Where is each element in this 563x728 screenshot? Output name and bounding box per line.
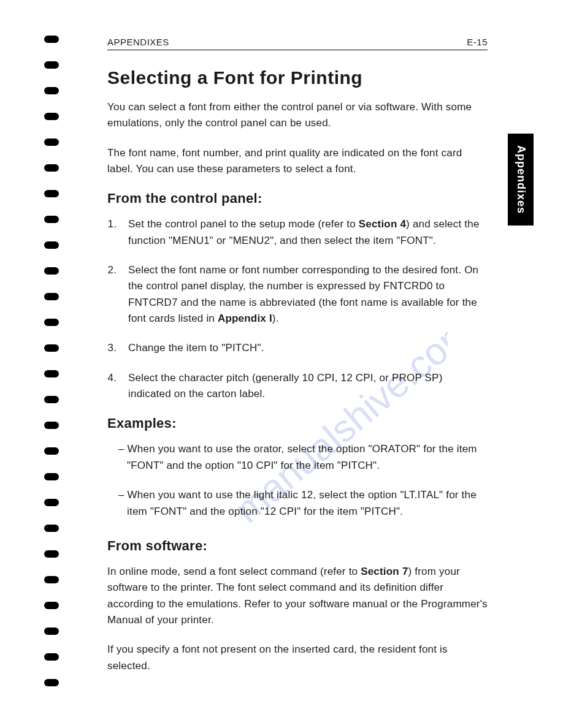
heading-software: From software: (107, 538, 488, 554)
software-paragraph-2: If you specify a font not present on the… (107, 642, 488, 674)
page-header: APPENDIXES E-15 (107, 37, 488, 50)
binding-hole (44, 319, 59, 326)
binding-hole (44, 87, 59, 94)
step-text: Change the item to "PITCH". (128, 342, 264, 354)
binding-hole (44, 499, 59, 506)
example-item: When you want to use the light italic 12… (118, 487, 488, 520)
step-text: Select the character pitch (generally 10… (128, 372, 443, 400)
binding-hole (44, 370, 59, 377)
binding-hole (44, 447, 59, 455)
step-3: Change the item to "PITCH". (120, 340, 488, 356)
header-section: APPENDIXES (107, 37, 169, 47)
step-bold: Section 4 (359, 218, 406, 230)
software-paragraph-1: In online mode, send a font select comma… (107, 564, 488, 628)
binding-hole (44, 113, 59, 120)
side-tab-appendixes: Appendixes (508, 134, 534, 226)
binding-hole (44, 293, 59, 300)
binding-hole (44, 525, 59, 532)
binding-hole (44, 267, 59, 275)
binding-hole (44, 473, 59, 480)
para-text: In online mode, send a font select comma… (107, 566, 361, 577)
page-title: Selecting a Font for Printing (107, 67, 488, 88)
binding-hole (44, 164, 59, 172)
step-text: ). (272, 313, 279, 324)
step-2: Select the font name or font number corr… (120, 262, 488, 327)
binding-hole (44, 61, 59, 69)
binding-hole (44, 653, 59, 661)
para-bold: Section 7 (361, 566, 408, 577)
binding-hole (44, 422, 59, 429)
binding-hole (44, 679, 59, 686)
intro-paragraph-1: You can select a font from either the co… (107, 99, 488, 132)
step-bold: Appendix I (218, 313, 272, 324)
example-item: When you want to use the orator, select … (118, 441, 488, 474)
step-text: Set the control panel to the setup mode … (128, 218, 359, 230)
step-text: Select the font name or font number corr… (128, 264, 478, 324)
control-panel-steps: Set the control panel to the setup mode … (120, 216, 488, 402)
step-4: Select the character pitch (generally 10… (120, 370, 488, 403)
header-page-number: E-15 (467, 37, 488, 47)
step-1: Set the control panel to the setup mode … (120, 216, 488, 249)
spiral-binding (44, 36, 63, 686)
heading-examples: Examples: (107, 415, 488, 431)
binding-hole (44, 241, 59, 249)
heading-control-panel: From the control panel: (107, 191, 488, 207)
binding-hole (44, 628, 59, 635)
binding-hole (44, 396, 59, 403)
binding-hole (44, 36, 59, 43)
binding-hole (44, 550, 59, 558)
binding-hole (44, 344, 59, 352)
binding-hole (44, 576, 59, 583)
examples-list: When you want to use the orator, select … (118, 441, 488, 519)
page-content: APPENDIXES E-15 Selecting a Font for Pri… (107, 37, 488, 688)
intro-paragraph-2: The font name, font number, and print qu… (107, 145, 488, 178)
binding-hole (44, 602, 59, 609)
binding-hole (44, 216, 59, 223)
binding-hole (44, 138, 59, 146)
binding-hole (44, 190, 59, 197)
